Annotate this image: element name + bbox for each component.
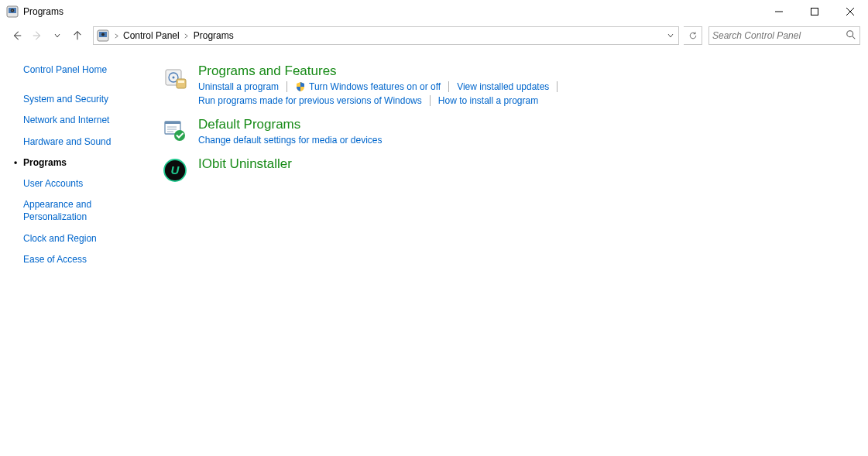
svg-point-14: [847, 30, 853, 36]
window-controls: [761, 0, 868, 23]
iobit-icon: U: [163, 158, 187, 183]
task-view-updates[interactable]: View installed updates: [457, 81, 549, 92]
task-compat-programs[interactable]: Run programs made for previous versions …: [198, 95, 422, 106]
svg-line-15: [853, 36, 856, 39]
svg-rect-20: [178, 81, 184, 83]
back-button[interactable]: [8, 26, 26, 45]
up-button[interactable]: [68, 26, 87, 45]
sidebar-item-ease-of-access[interactable]: Ease of Access: [23, 253, 155, 266]
task-windows-features[interactable]: Turn Windows features on or off: [295, 81, 441, 92]
titlebar: Programs: [0, 0, 868, 23]
svg-point-18: [173, 77, 175, 79]
svg-point-3: [12, 10, 13, 12]
sidebar-item-hardware-sound[interactable]: Hardware and Sound: [23, 135, 155, 148]
task-how-install[interactable]: How to install a program: [438, 95, 538, 106]
separator: [557, 81, 558, 92]
close-button[interactable]: [832, 0, 868, 23]
svg-point-26: [174, 130, 185, 141]
category-title[interactable]: Programs and Features: [198, 63, 853, 79]
svg-rect-22: [165, 122, 180, 124]
main-area: Control Panel Home System and Security N…: [0, 48, 868, 274]
programs-features-icon: [163, 65, 187, 90]
separator: [448, 81, 449, 92]
recent-locations-button[interactable]: [48, 26, 67, 45]
minimize-button[interactable]: [761, 0, 797, 23]
separator: [430, 95, 431, 106]
breadcrumb-root[interactable]: Control Panel: [122, 30, 181, 41]
search-input[interactable]: [712, 30, 846, 41]
sidebar-home[interactable]: Control Panel Home: [23, 63, 155, 76]
category-title[interactable]: Default Programs: [198, 117, 853, 132]
sidebar-item-appearance[interactable]: Appearance and Personalization: [23, 198, 155, 223]
content-area: Programs and Features Uninstall a progra…: [163, 63, 868, 274]
app-icon: [6, 5, 19, 18]
nav-row: Control Panel Programs: [0, 23, 868, 48]
task-uninstall-program[interactable]: Uninstall a program: [198, 81, 279, 92]
category-programs-features: Programs and Features Uninstall a progra…: [163, 63, 853, 106]
shield-icon: [295, 81, 306, 92]
svg-rect-19: [177, 79, 186, 88]
chevron-right-icon[interactable]: [111, 33, 122, 39]
category-title[interactable]: IObit Uninstaller: [198, 156, 853, 172]
sidebar-item-system-security[interactable]: System and Security: [23, 93, 155, 105]
sidebar: Control Panel Home System and Security N…: [0, 63, 163, 274]
address-dropdown-button[interactable]: [663, 27, 678, 44]
maximize-button[interactable]: [797, 0, 832, 23]
search-box[interactable]: [708, 26, 860, 45]
category-iobit-uninstaller: U IObit Uninstaller: [163, 156, 853, 183]
forward-button[interactable]: [28, 26, 46, 45]
sidebar-item-network-internet[interactable]: Network and Internet: [23, 114, 155, 126]
sidebar-item-programs[interactable]: Programs: [23, 156, 155, 169]
svg-text:U: U: [171, 163, 180, 177]
control-panel-icon: [97, 29, 109, 42]
breadcrumb-current[interactable]: Programs: [192, 30, 235, 41]
search-icon[interactable]: [846, 29, 856, 43]
sidebar-item-user-accounts[interactable]: User Accounts: [23, 177, 155, 190]
separator: [286, 81, 287, 92]
svg-point-13: [101, 33, 105, 36]
sidebar-item-clock-region[interactable]: Clock and Region: [23, 232, 155, 245]
task-change-defaults[interactable]: Change default settings for media or dev…: [198, 135, 382, 146]
window-title: Programs: [23, 6, 63, 17]
default-programs-icon: [163, 118, 187, 143]
address-bar[interactable]: Control Panel Programs: [93, 26, 679, 45]
refresh-button[interactable]: [684, 26, 702, 45]
category-default-programs: Default Programs Change default settings…: [163, 117, 853, 146]
svg-rect-5: [811, 9, 818, 15]
chevron-right-icon[interactable]: [181, 33, 192, 39]
